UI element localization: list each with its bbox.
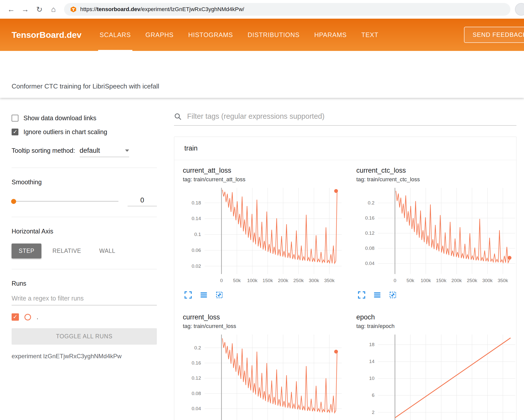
- chevron-down-icon: [125, 149, 129, 152]
- charts-grid: current_att_loss tag: train/current_att_…: [174, 160, 516, 420]
- ignore-outliers-checkbox[interactable]: [12, 129, 18, 135]
- horizontal-axis-buttons: STEP RELATIVE WALL: [12, 244, 157, 258]
- x-tick-label: 350k: [324, 278, 335, 283]
- tab-histograms[interactable]: HISTOGRAMS: [188, 19, 233, 51]
- x-tick-label: 100k: [247, 278, 258, 283]
- tensorboard-favicon: [70, 6, 77, 13]
- show-download-links-checkbox[interactable]: [12, 115, 18, 122]
- tab-scalars[interactable]: SCALARS: [100, 19, 131, 51]
- tab-graphs[interactable]: GRAPHS: [145, 19, 174, 51]
- series-line: [396, 191, 511, 263]
- chart-tag: tag: train/epoch: [356, 323, 518, 329]
- x-tick-label: 150k: [436, 278, 447, 283]
- chart-canvas[interactable]: 26101418050k100k150k200k250k300k350k: [356, 332, 518, 420]
- ignore-outliers-label: Ignore outliers in chart scaling: [23, 128, 107, 136]
- runs-selector-icon[interactable]: [199, 291, 208, 299]
- y-tick-label: 0.2: [368, 200, 374, 205]
- axis-step-button[interactable]: STEP: [12, 244, 41, 258]
- address-bar[interactable]: https://tensorboard.dev/experiment/lzGnE…: [64, 3, 510, 16]
- chart-title: current_ctc_loss: [356, 167, 518, 174]
- chart-canvas[interactable]: 0.040.080.120.160.2050k100k150k200k250k3…: [183, 332, 344, 420]
- x-tick-label: 0: [394, 278, 396, 283]
- run-color-icon[interactable]: [24, 314, 31, 320]
- y-tick-label: 10: [369, 376, 374, 381]
- chart-canvas[interactable]: 0.020.060.10.140.18050k100k150k200k250k3…: [183, 185, 344, 287]
- expand-icon[interactable]: [184, 291, 192, 299]
- chart-title: current_loss: [183, 313, 344, 321]
- profile-avatar[interactable]: [515, 3, 524, 16]
- chart-canvas[interactable]: 0.040.080.120.160.2050k100k150k200k250k3…: [356, 185, 518, 287]
- y-tick-label: 0.2: [194, 345, 201, 350]
- series-line: [222, 338, 337, 413]
- run-checkbox[interactable]: [12, 313, 19, 321]
- axis-relative-button[interactable]: RELATIVE: [45, 244, 88, 258]
- y-tick-label: 18: [369, 342, 374, 347]
- y-tick-label: 0.16: [365, 215, 374, 221]
- chart-tag: tag: train/current_att_loss: [183, 176, 344, 183]
- tab-distributions[interactable]: DISTRIBUTIONS: [248, 19, 300, 51]
- url-scheme: https://: [80, 6, 97, 12]
- tooltip-sorting-label: Tooltip sorting method:: [12, 147, 75, 154]
- last-point-dot: [334, 189, 338, 193]
- horizontal-axis-label: Horizontal Axis: [12, 228, 157, 235]
- fit-domain-icon[interactable]: [389, 291, 397, 299]
- tab-hparams[interactable]: HPARAMS: [314, 19, 347, 51]
- content: Show data download links Ignore outliers…: [0, 98, 524, 420]
- chart-svg[interactable]: 0.040.080.120.160.2050k100k150k200k250k3…: [183, 332, 344, 420]
- filter-tags-input[interactable]: [187, 112, 516, 121]
- app-logo[interactable]: TensorBoard.dev: [12, 19, 81, 51]
- fit-domain-icon[interactable]: [215, 291, 224, 299]
- y-tick-label: 0.06: [192, 248, 201, 253]
- back-icon[interactable]: ←: [5, 3, 17, 15]
- chart-current-ctc-loss: current_ctc_loss tag: train/current_ctc_…: [356, 167, 518, 299]
- search-icon: [174, 113, 182, 120]
- chart-current-loss: current_loss tag: train/current_loss 0.0…: [183, 313, 344, 420]
- chart-epoch: epoch tag: train/epoch 26101418050k100k1…: [356, 313, 518, 420]
- tooltip-sorting-value: default: [80, 147, 100, 155]
- chart-svg[interactable]: 0.040.080.120.160.2050k100k150k200k250k3…: [356, 185, 518, 286]
- y-tick-label: 0.12: [192, 375, 201, 381]
- browser-toolbar: ← → ↻ ⌂ https://tensorboard.dev/experime…: [0, 0, 524, 19]
- divider: [12, 168, 157, 168]
- url-path: /experiment/lzGnETjwRxC3yghNMd4kPw/: [140, 6, 244, 12]
- nav-tabs: SCALARS GRAPHS HISTOGRAMS DISTRIBUTIONS …: [100, 19, 379, 51]
- smoothing-slider-knob[interactable]: [11, 199, 16, 204]
- axis-wall-button[interactable]: WALL: [92, 244, 123, 258]
- smoothing-slider[interactable]: [12, 201, 119, 202]
- tab-text[interactable]: TEXT: [361, 19, 379, 51]
- expand-icon[interactable]: [357, 291, 366, 299]
- x-tick-label: 150k: [263, 278, 273, 283]
- chart-svg[interactable]: 0.020.060.10.140.18050k100k150k200k250k3…: [183, 185, 344, 286]
- runs-selector-icon[interactable]: [373, 291, 382, 299]
- reload-icon[interactable]: ↻: [33, 3, 45, 15]
- chart-title: current_att_loss: [183, 167, 344, 174]
- chart-title: epoch: [356, 313, 518, 321]
- chart-toolbar: [183, 291, 344, 299]
- runs-filter-input[interactable]: [12, 295, 157, 305]
- x-tick-label: 0: [220, 278, 223, 283]
- settings-sidebar: Show data download links Ignore outliers…: [0, 98, 168, 420]
- experiment-subheader: Conformer CTC training for LibriSpeech w…: [0, 51, 524, 98]
- chart-toolbar: [356, 291, 518, 299]
- y-tick-label: 0.14: [192, 216, 201, 221]
- smoothing-value-input[interactable]: 0: [128, 196, 157, 206]
- x-tick-label: 200k: [278, 278, 288, 283]
- show-download-links-label: Show data download links: [23, 114, 96, 122]
- home-icon[interactable]: ⌂: [47, 3, 60, 15]
- forward-icon[interactable]: →: [19, 3, 31, 15]
- card-title[interactable]: train: [174, 137, 516, 160]
- x-tick-label: 250k: [293, 278, 304, 283]
- series-line: [222, 190, 337, 263]
- tooltip-sorting-select[interactable]: default: [80, 147, 129, 157]
- chart-svg[interactable]: 26101418050k100k150k200k250k300k350k: [356, 332, 518, 420]
- y-tick-label: 6: [372, 393, 374, 398]
- y-tick-label: 0.1: [194, 232, 201, 237]
- chart-tag: tag: train/current_loss: [183, 323, 344, 329]
- divider: [12, 217, 157, 217]
- send-feedback-button[interactable]: SEND FEEDBACK: [464, 27, 524, 43]
- divider: [12, 269, 157, 269]
- run-name: .: [37, 313, 38, 321]
- url-domain: tensorboard.dev: [97, 6, 140, 12]
- toggle-all-runs-button[interactable]: TOGGLE ALL RUNS: [12, 328, 157, 345]
- smoothing-label: Smoothing: [12, 178, 157, 186]
